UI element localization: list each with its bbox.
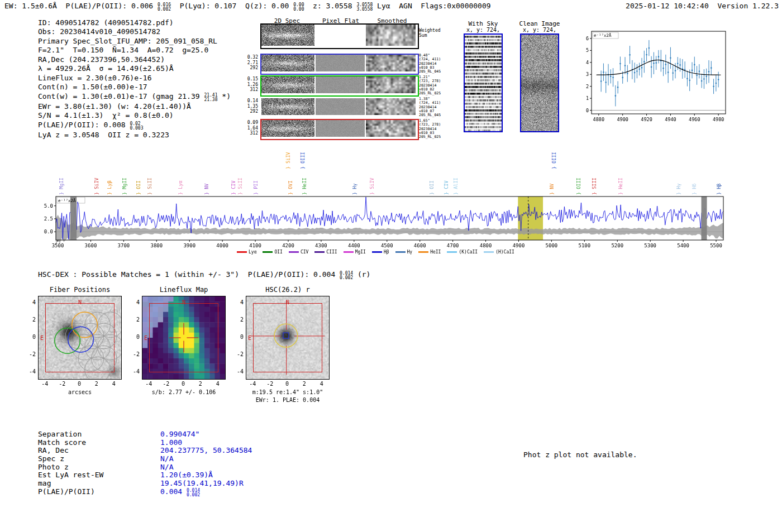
emission-line-label-siii: } SiII	[237, 178, 243, 195]
legend-label: (H)CaII	[495, 250, 514, 255]
match-table-row: Match score1.000	[38, 439, 328, 447]
panel-ytick: 4	[232, 299, 244, 305]
panel-ytick: 4	[25, 299, 36, 305]
match-table-row: Spec zN/A	[38, 455, 328, 463]
match-table-row: Est LyA rest-EW1.20(±0.39)Å	[38, 471, 328, 480]
smoothed-cutout-canvas	[366, 25, 416, 46]
panel-xtick: -2	[263, 381, 276, 387]
match-table-row: P(LAE)/P(OII)0.004 0.0140.002	[38, 488, 328, 496]
legend-entry: Lyα	[237, 250, 256, 255]
match-table-label: Match score	[38, 439, 160, 447]
2d-spec-cutout-canvas	[261, 76, 314, 93]
2d-spec-cutout-canvas	[261, 120, 314, 137]
info-line: F=2.1" T=0.150 N̄=1.34 A=0.72 g=25.0	[38, 46, 231, 55]
match-table-row: Separation0.990474"	[38, 430, 328, 439]
emission-line-label-mgii: } MgII	[122, 178, 127, 195]
match-table-value: 1.000	[160, 438, 182, 447]
emission-line-label-oii: } OII	[429, 180, 435, 195]
hsc-image-caption2: EWr: 1. PLAE: 0.004	[240, 397, 335, 403]
legend-swatch	[344, 251, 354, 253]
info-line: Cont(n) = 1.50(±0.00)e-17	[38, 83, 231, 92]
header-uncertainty: 0.000.00	[293, 3, 304, 12]
cutout-row-3	[260, 97, 419, 118]
info-line: S/N = 4.1(±1.3) χ² = 0.8(±0.0)	[38, 111, 231, 120]
info-line: P(LAE)/P(OII): 0.008 0.020.003	[38, 121, 231, 131]
panel-xtick: 2	[194, 381, 207, 387]
header-text: z: 3.0558	[304, 2, 356, 10]
cutout-row-2	[260, 75, 419, 97]
panel-ytick: -2	[25, 351, 36, 357]
emission-line-label-alii: } AlII	[453, 178, 459, 195]
panel-ytick: 0	[232, 334, 244, 340]
hsc-match-summary: HSC-DEX : Possible Matches = 1 (within +…	[38, 270, 370, 280]
smoothed-cutout-canvas	[366, 76, 416, 93]
header-uncertainty: 0.0160.002	[158, 3, 171, 12]
info-line: Cont(w) = 1.30(±0.01)e-17 (gmag 21.39 21…	[38, 92, 231, 102]
legend-label: Lyα	[249, 250, 256, 255]
hsc-line-uncertainty: 0.0140.002	[340, 271, 353, 280]
match-table-label: RA, Dec	[38, 447, 160, 455]
legend-entry: Hγ	[395, 250, 413, 255]
emission-line-label-siii: } SiII	[147, 178, 152, 195]
emission-line-label-siii: } SIII	[592, 178, 597, 195]
match-table-value: 0.004 0.0140.002	[160, 487, 200, 496]
lineflux-map-caption: s/b: 2.77 +/- 0.106	[147, 389, 220, 395]
match-table-value-text: 0.004	[160, 487, 187, 496]
hsc-line-text: HSC-DEX : Possible Matches = 1 (within +…	[38, 270, 340, 279]
line-fit-plot	[577, 25, 729, 130]
match-table-value: 204.237775, 50.364584	[160, 446, 252, 454]
match-table-value-text: N/A	[160, 454, 173, 463]
smoothed-cutout-canvas	[366, 55, 416, 71]
legend-label: CIV	[301, 250, 308, 255]
with-sky-panel	[464, 33, 503, 132]
panel-ytick: -4	[232, 368, 244, 375]
clean-image-canvas	[521, 35, 558, 131]
match-table-row: mag19.45(19.41,19.49)R	[38, 480, 328, 488]
emission-line-label-heii: } HeII	[302, 178, 307, 195]
hsc-image-panel	[246, 296, 330, 380]
legend-label: CIII	[326, 250, 337, 255]
info-line-text: Cont(w) = 1.30(±0.01)e-17 (gmag 21.39	[38, 92, 204, 100]
panel-xtick: -2	[159, 381, 173, 387]
match-table-value: N/A	[160, 454, 173, 463]
legend-entry: CIV	[289, 250, 308, 255]
panel-xtick: 4	[211, 381, 225, 387]
match-table-value-text: 204.237775, 50.364584	[160, 446, 252, 454]
cutout-row-4	[260, 119, 419, 140]
hsc-image-caption: m:19.5 re:1.4" s:1.0"	[240, 389, 335, 395]
emission-line-label-oiii: } OIII	[576, 178, 581, 195]
match-table-value: 1.20(±0.39)Å	[160, 471, 213, 479]
info-line-text: ID: 4090514782 (4090514782.pdf)	[38, 18, 174, 27]
panel-xtick: 0	[73, 381, 86, 387]
legend-entry: HeII	[418, 250, 441, 255]
cutout-row-1	[260, 54, 419, 75]
info-line-text: Primary Spec_Slot_IFU_AMP: 205_091_058_R…	[38, 37, 217, 45]
info-line-text: LineFlux = 2.30(±0.76)e-16	[38, 74, 152, 82]
2d-spec-cutout-canvas	[261, 25, 314, 46]
emission-line-label-siiv: } SiIV	[369, 178, 375, 195]
emission-line-label-civ: } CIV	[444, 180, 449, 195]
legend-swatch	[395, 251, 406, 253]
emission-line-label-mgii: } MgII	[59, 178, 64, 195]
cutout-row-weights: 0.151.26312	[241, 76, 258, 93]
legend-swatch	[372, 251, 382, 253]
match-table-value-text: 1.000	[160, 438, 182, 447]
match-table-value: 0.990474"	[160, 430, 199, 438]
panel-ytick: 0	[128, 334, 140, 340]
emission-line-label-nv: } NV	[204, 184, 209, 195]
panel-ytick: -2	[232, 351, 244, 357]
panel-ytick: -4	[25, 368, 36, 375]
info-line-text: Cont(n) = 1.50(±0.00)e-17	[38, 83, 147, 91]
info-line-text: EWr = 3.80(±1.30) (w: 4.20(±1.40))Å	[38, 102, 191, 111]
emission-line-label-oiii: } OIII	[551, 152, 557, 169]
full-spectrum-plot	[35, 192, 731, 251]
legend-label: (K)CaII	[459, 250, 478, 255]
match-table-row: RA, Dec204.237775, 50.364584	[38, 447, 328, 455]
panel-xtick: 0	[177, 381, 190, 387]
legend-label: Hγ	[407, 250, 413, 255]
info-line-text: F=2.1" T=0.150 N̄=1.34 A=0.72 g=25.0	[38, 46, 208, 54]
header-summary: EW: 1.5±0.6Å P(LAE)/P(OII): 0.006 0.0160…	[4, 2, 491, 12]
emission-line-label-oii: } OII	[136, 180, 141, 195]
cutout-row-weights: 0.141.35292	[241, 98, 258, 114]
cutout-row-weights: 0.091.64312	[241, 120, 258, 136]
